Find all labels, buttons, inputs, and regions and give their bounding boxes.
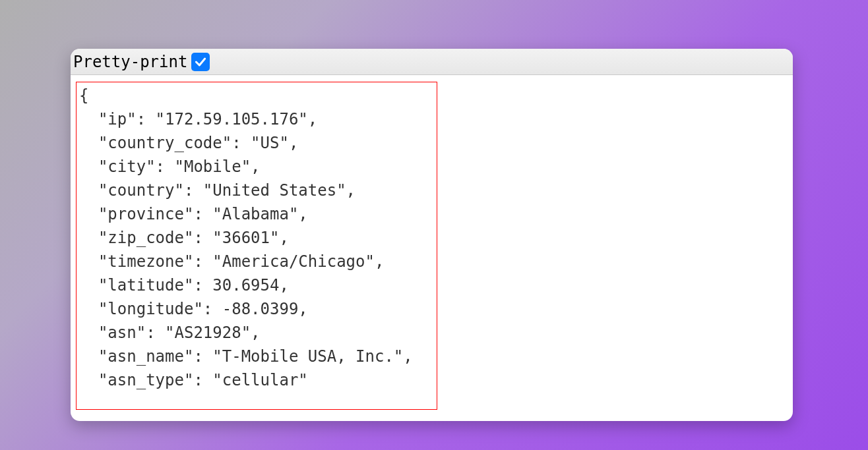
pretty-print-checkbox[interactable] — [191, 53, 210, 71]
pretty-print-label: Pretty-print — [73, 53, 187, 71]
json-viewer-panel: Pretty-print { "ip": "172.59.105.176", "… — [71, 49, 793, 421]
json-open-brace: { — [79, 86, 88, 105]
json-output: { "ip": "172.59.105.176", "country_code"… — [76, 82, 437, 410]
check-icon — [194, 55, 207, 69]
toolbar: Pretty-print — [71, 49, 793, 75]
content-area: { "ip": "172.59.105.176", "country_code"… — [71, 75, 793, 421]
